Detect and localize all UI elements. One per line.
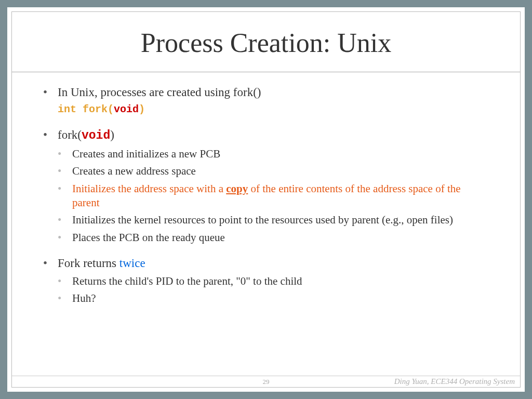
page-number: 29 [263, 378, 270, 386]
footer-author: Ding Yuan, ECE344 Operating System [394, 377, 515, 386]
bullet-2-sub-5: Places the PCB on the ready queue [58, 231, 489, 245]
code-close-paren: ) [139, 103, 145, 115]
slide-title: Process Creation: Unix [33, 28, 499, 58]
bullet-2-sub-4: Initializes the kernel resources to poin… [58, 213, 489, 227]
slide-outer-frame: Process Creation: Unix In Unix, processe… [7, 7, 525, 392]
b2s3-copy: copy [226, 182, 248, 195]
bullet-2-sub-2: Creates a new address space [58, 164, 489, 178]
code-int-fork: int fork( [58, 103, 114, 115]
bullet-2-sub-3: Initializes the address space with a cop… [58, 182, 489, 210]
bullet-1-text: In Unix, processes are created using for… [58, 86, 261, 99]
slide-content: In Unix, processes are created using for… [12, 73, 520, 387]
code-void-2: void [82, 129, 110, 142]
bullet-3-sublist: Returns the child's PID to the parent, "… [58, 274, 489, 306]
code-void-1: void [114, 103, 139, 115]
bullet-list-level1: In Unix, processes are created using for… [43, 84, 489, 306]
bullet-3-prefix: Fork returns [58, 257, 119, 270]
bullet-3: Fork returns twice Returns the child's P… [43, 255, 489, 306]
b2s3-part-a: Initializes the address space with a [72, 182, 226, 195]
slide-inner-frame: Process Creation: Unix In Unix, processe… [11, 11, 521, 388]
slide-footer: 29 Ding Yuan, ECE344 Operating System [12, 376, 520, 387]
bullet-2-prefix: fork( [58, 128, 82, 141]
bullet-3-twice: twice [119, 257, 145, 270]
title-area: Process Creation: Unix [12, 12, 520, 73]
bullet-3-sub-2: Huh? [58, 291, 489, 305]
bullet-2-sub-1: Creates and initializes a new PCB [58, 147, 489, 161]
bullet-2-sublist: Creates and initializes a new PCB Create… [58, 147, 489, 245]
bullet-3-sub-1: Returns the child's PID to the parent, "… [58, 274, 489, 288]
bullet-2: fork(void) Creates and initializes a new… [43, 127, 489, 245]
bullet-2-suffix: ) [110, 128, 114, 141]
bullet-1: In Unix, processes are created using for… [43, 84, 489, 116]
